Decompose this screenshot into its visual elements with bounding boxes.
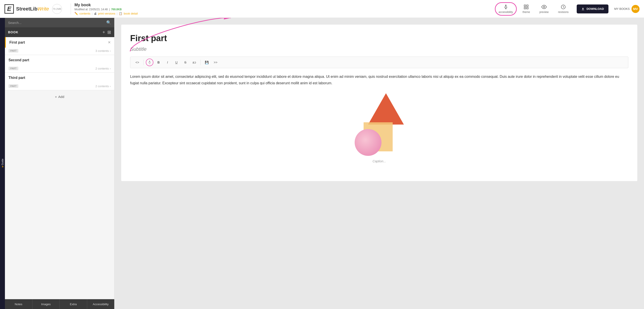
accessibility-icon (503, 4, 508, 10)
part-contents-third[interactable]: 2 contents › (96, 84, 111, 88)
book-meta: Modified at: 23/05/23, 14:48 | 769.8KB (74, 8, 495, 11)
italic-button[interactable]: I (164, 58, 171, 66)
tab-images[interactable]: Images (32, 300, 60, 309)
guide-sidebar[interactable]: ★ Guide (0, 18, 5, 309)
accessibility-label: accessibility (499, 10, 513, 14)
part-footer-first: PART 3 contents › (5, 48, 114, 55)
header: E StreetLibWrite 79.2MB My book Modified… (0, 0, 644, 18)
save-button[interactable]: 💾 (203, 58, 210, 66)
nav-theme[interactable]: theme (519, 2, 534, 16)
content-subtitle: Subtitle (130, 46, 628, 52)
grid-view-button[interactable]: ⊞ (107, 30, 111, 35)
edit-icon: ✏️ (74, 12, 78, 15)
part-footer-third: PART 2 contents › (5, 83, 114, 90)
panel-header: BOOK + ⊞ (5, 27, 114, 37)
add-section: + Add (5, 90, 114, 103)
left-panel: 🔍 BOOK + ⊞ First part ✕ PART 3 contents (5, 18, 114, 309)
format-button[interactable]: aↄ (190, 58, 198, 66)
list-item: Second part PART 2 contents › (5, 55, 114, 73)
svg-point-8 (149, 61, 150, 62)
guide-label: Guide (1, 159, 4, 165)
header-divider (71, 3, 71, 14)
download-button[interactable]: DOWNLOAD (577, 4, 608, 14)
theme-label: theme (522, 10, 530, 14)
revisions-icon (560, 4, 566, 10)
panel-title: BOOK (8, 30, 18, 34)
logo-size: 79.2MB (52, 4, 62, 14)
more-button[interactable]: >> (212, 58, 219, 66)
illustration: Caption... (130, 93, 628, 163)
part-tag-third: PART (8, 84, 18, 88)
part-name-second: Second part (8, 58, 29, 62)
caption: Caption... (372, 160, 386, 163)
nav-detail[interactable]: book detail (124, 12, 138, 15)
my-books-area[interactable]: MY BOOKS MV (614, 5, 640, 13)
underline-button[interactable]: U (173, 58, 180, 66)
search-bar: 🔍 (5, 18, 114, 27)
bold-button[interactable]: B (155, 58, 162, 66)
accessibility-toolbar-icon (148, 60, 152, 64)
top-nav: accessibility theme preview revisions (495, 2, 640, 16)
tab-extra[interactable]: Extra (60, 300, 87, 309)
svg-point-0 (505, 5, 506, 6)
logo-area: E StreetLibWrite 79.2MB (4, 4, 67, 14)
nav-print[interactable]: print versions (98, 12, 116, 15)
bottom-tabs: Notes Images Extra Accessibility (5, 299, 114, 309)
content-card: First part Subtitle <> B I U S aↄ (121, 24, 637, 181)
print-icon: 🖨 (94, 12, 97, 15)
avatar: MV (632, 5, 640, 13)
content-body[interactable]: Lorem ipsum dolor sit amet, consectetur … (130, 74, 628, 86)
logo-write: Write (37, 6, 49, 12)
tab-notes[interactable]: Notes (5, 300, 32, 309)
part-contents-second[interactable]: 2 contents › (96, 67, 111, 70)
revisions-label: revisions (558, 10, 569, 14)
logo-text: StreetLibWrite (16, 6, 49, 12)
part-contents-first[interactable]: 3 contents › (96, 49, 111, 52)
part-name-third: Third part (8, 76, 25, 80)
circle-shape (355, 129, 382, 156)
toolbar-sep-2 (200, 60, 200, 65)
book-icon: 📋 (119, 12, 122, 15)
code-button[interactable]: <> (134, 58, 141, 66)
book-size: 769.8KB (111, 8, 122, 11)
add-part-button[interactable]: + (102, 30, 105, 35)
search-icon[interactable]: 🔍 (106, 20, 111, 25)
list-item: Third part PART 2 contents › (5, 73, 114, 90)
tab-accessibility[interactable]: Accessibility (87, 300, 114, 309)
download-icon (581, 7, 585, 11)
logo-icon: E (4, 4, 14, 14)
nav-revisions[interactable]: revisions (554, 2, 572, 16)
nav-preview[interactable]: preview (536, 2, 552, 16)
nav-accessibility[interactable]: accessibility (495, 2, 517, 16)
part-close-first[interactable]: ✕ (108, 40, 111, 44)
editor-toolbar: <> B I U S aↄ 💾 >> (130, 56, 628, 68)
part-header-third[interactable]: Third part (5, 73, 114, 83)
main-content: First part Subtitle <> B I U S aↄ (114, 18, 644, 309)
toolbar-sep-1 (143, 60, 144, 65)
part-footer-second: PART 2 contents › (5, 65, 114, 72)
nav-contents[interactable]: contents (80, 12, 90, 15)
guide-star: ★ (1, 165, 4, 168)
svg-rect-4 (526, 8, 528, 9)
part-header-first[interactable]: First part ✕ (5, 37, 114, 48)
book-info: My book Modified at: 23/05/23, 14:48 | 7… (74, 3, 495, 15)
list-item: First part ✕ PART 3 contents › (5, 37, 114, 55)
triangle-shape (368, 93, 404, 124)
part-tag-first: PART (8, 49, 18, 52)
part-tag-second: PART (8, 67, 18, 70)
book-nav: ✏️ contents | 🖨 print versions | 📋 book … (74, 12, 495, 15)
part-header-second[interactable]: Second part (5, 55, 114, 65)
search-input[interactable] (8, 21, 104, 24)
accessibility-toolbar-button[interactable] (146, 58, 154, 66)
my-books-label: MY BOOKS (614, 7, 630, 10)
logo-street: StreetLib (16, 6, 37, 12)
preview-icon (541, 4, 547, 10)
svg-rect-1 (524, 5, 526, 6)
svg-point-5 (544, 6, 545, 8)
svg-rect-2 (526, 5, 528, 6)
shapes-container (350, 93, 408, 156)
add-button[interactable]: + Add (55, 95, 64, 98)
strikethrough-button[interactable]: S (182, 58, 189, 66)
preview-label: preview (539, 10, 548, 14)
book-parts: First part ✕ PART 3 contents › Second pa… (5, 37, 114, 299)
